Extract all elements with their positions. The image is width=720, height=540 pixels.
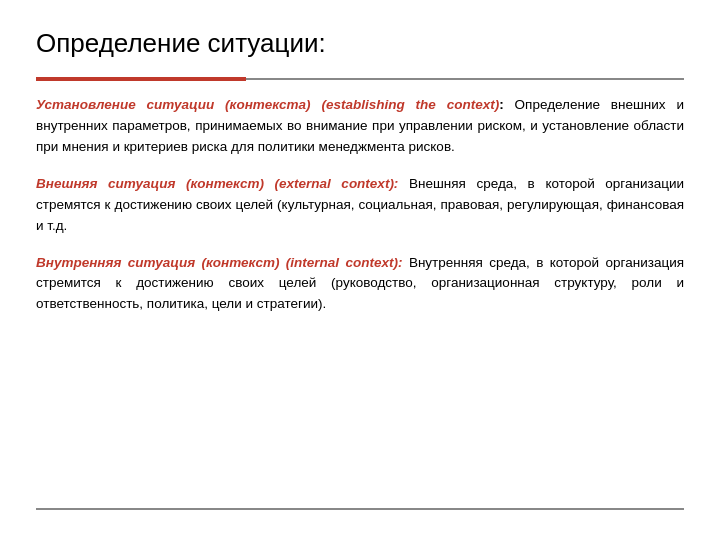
top-divider	[36, 77, 684, 81]
page-title: Определение ситуации:	[36, 28, 684, 59]
section2-text: Внешняя ситуация (контекст) (external co…	[36, 174, 684, 237]
top-line-gray	[246, 78, 684, 80]
section-establishing: Установление ситуации (контекста) (estab…	[36, 95, 684, 158]
section-external: Внешняя ситуация (контекст) (external co…	[36, 174, 684, 237]
bottom-divider	[36, 508, 684, 510]
section3-label: Внутренняя ситуация (контекст) (internal…	[36, 255, 403, 270]
section1-label: Установление ситуации (контекста) (estab…	[36, 97, 499, 112]
section-internal: Внутренняя ситуация (контекст) (internal…	[36, 253, 684, 316]
section1-text: Установление ситуации (контекста) (estab…	[36, 95, 684, 158]
bottom-line	[36, 508, 684, 510]
slide: Определение ситуации: Установление ситуа…	[0, 0, 720, 540]
section3-text: Внутренняя ситуация (контекст) (internal…	[36, 253, 684, 316]
section2-label: Внешняя ситуация (контекст) (external co…	[36, 176, 398, 191]
top-line-red	[36, 77, 246, 81]
